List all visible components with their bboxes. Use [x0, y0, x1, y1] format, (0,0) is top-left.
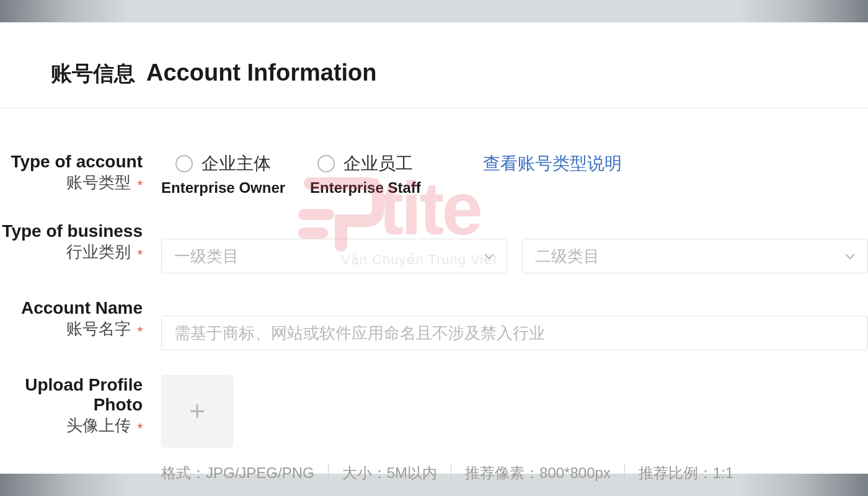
row-profile-photo: Upload Profile Photo 头像上传 * + 格式：JPG/JPE… [0, 375, 868, 483]
label-account-type: Type of account 账号类型 * [0, 152, 161, 193]
radio-owner-cn: 企业主体 [202, 152, 271, 175]
link-account-type-help[interactable]: 查看账号类型说明 [483, 152, 622, 175]
hint-size: 大小：5M以内 [329, 463, 451, 483]
required-mark: * [137, 247, 143, 262]
field-account-type: 企业主体 Enterprise Owner 企业员工 Enterprise St… [161, 152, 868, 197]
field-account-name [161, 298, 868, 350]
label-account-type-en: Type of account [0, 152, 143, 172]
row-business-type: Type of business 行业类别 * 一级类目 二级类目 [0, 221, 868, 273]
upload-photo-button[interactable]: + [161, 375, 233, 447]
radio-enterprise-staff[interactable]: 企业员工 Enterprise Staff [310, 152, 421, 197]
radio-group-account-type: 企业主体 Enterprise Owner 企业员工 Enterprise St… [161, 152, 868, 197]
select-category-2[interactable]: 二级类目 [522, 239, 868, 273]
required-mark: * [137, 324, 143, 339]
page-title-en: Account Information [146, 60, 377, 86]
hint-pixels: 推荐像素：800*800px [451, 463, 625, 483]
form-panel: 账号信息 Account Information Type of account… [0, 22, 868, 474]
label-account-type-cn: 账号类型 [66, 173, 131, 192]
chevron-down-icon [484, 250, 494, 263]
radio-staff-en: Enterprise Staff [310, 179, 421, 197]
field-profile-photo: + 格式：JPG/JPEG/PNG 大小：5M以内 推荐像素：800*800px… [161, 375, 868, 483]
hint-format: 格式：JPG/JPEG/PNG [161, 463, 329, 483]
plus-icon: + [189, 396, 205, 427]
field-business-type: 一级类目 二级类目 [161, 221, 868, 273]
label-profile-photo-cn: 头像上传 [66, 416, 131, 435]
hint-ratio: 推荐比例：1:1 [625, 463, 747, 483]
radio-circle-icon[interactable] [317, 155, 335, 172]
label-account-name: Account Name 账号名字 * [0, 298, 161, 340]
label-profile-photo-en: Upload Profile Photo [0, 375, 143, 415]
label-business-type-en: Type of business [0, 221, 143, 241]
label-profile-photo: Upload Profile Photo 头像上传 * [0, 375, 161, 436]
select-category-1[interactable]: 一级类目 [161, 239, 507, 273]
label-business-type: Type of business 行业类别 * [0, 221, 161, 263]
radio-staff-cn: 企业员工 [343, 152, 413, 175]
label-account-name-en: Account Name [0, 298, 143, 318]
account-name-input[interactable] [161, 316, 868, 350]
page-title: 账号信息 Account Information [0, 60, 868, 108]
label-account-name-cn: 账号名字 [66, 319, 131, 338]
row-account-name: Account Name 账号名字 * [0, 298, 868, 350]
required-mark: * [137, 177, 143, 193]
page-title-cn: 账号信息 [51, 60, 135, 88]
select-2-placeholder: 二级类目 [535, 246, 600, 267]
label-business-type-cn: 行业类别 [66, 242, 131, 261]
required-mark: * [137, 420, 143, 436]
row-account-type: Type of account 账号类型 * 企业主体 Enterprise O… [0, 152, 868, 197]
radio-owner-en: Enterprise Owner [161, 179, 285, 197]
select-1-placeholder: 一级类目 [174, 246, 239, 267]
upload-hints: 格式：JPG/JPEG/PNG 大小：5M以内 推荐像素：800*800px 推… [161, 463, 868, 483]
radio-circle-icon[interactable] [175, 155, 193, 172]
radio-enterprise-owner[interactable]: 企业主体 Enterprise Owner [161, 152, 285, 197]
chevron-down-icon [845, 250, 855, 263]
